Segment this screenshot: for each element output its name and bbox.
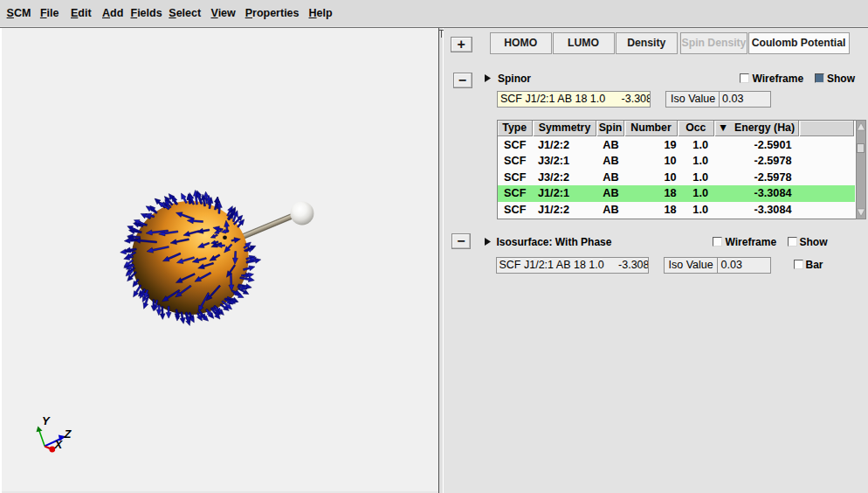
- svg-text:X: X: [54, 438, 64, 451]
- svg-text:Z: Z: [64, 427, 72, 441]
- svg-text:Y: Y: [42, 414, 51, 427]
